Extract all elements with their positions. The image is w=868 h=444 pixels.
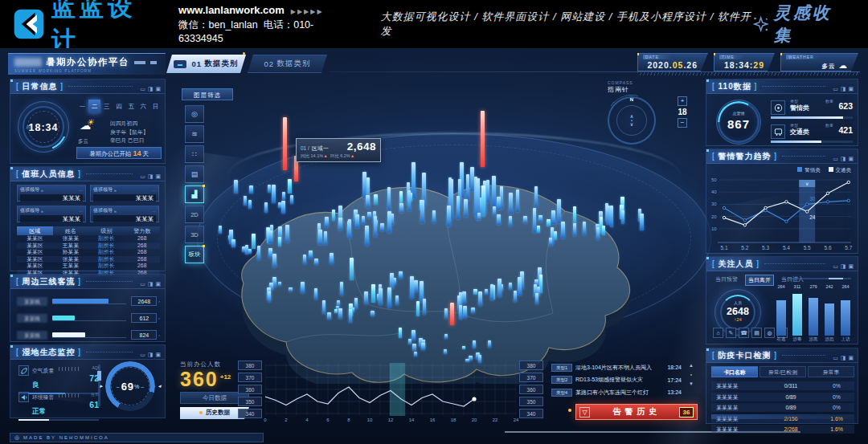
tab-icon: ▬ <box>174 60 186 68</box>
phone-icon[interactable]: ☎ <box>739 328 749 338</box>
brand-wechat: 微信：ben_lanlan <box>178 19 258 31</box>
y-axis-label: 350 <box>519 397 543 406</box>
layer-filter-toolbar: ◎≋∷▤▟2D3D板块 <box>185 105 206 266</box>
scroll-dot-icon[interactable]: ● <box>686 373 696 377</box>
svg-text:24: 24 <box>809 214 816 220</box>
panel-collapse-icon[interactable]: ▭ <box>833 86 838 92</box>
scroll-up-icon[interactable]: ▲ <box>686 363 696 368</box>
gauge-left-arrow[interactable]: ▸ <box>100 383 103 389</box>
svg-text:40: 40 <box>711 189 717 194</box>
map-landmass[interactable] <box>199 151 669 384</box>
camera-layer-button[interactable]: ◎ <box>185 105 204 123</box>
bar-value: 311 <box>790 284 805 289</box>
tab-data-category-1[interactable]: ▬ 01 数据类别 <box>166 55 246 73</box>
panel-collapse-icon[interactable]: ▭ <box>140 86 145 92</box>
more-icon[interactable]: ⋯ <box>79 188 83 193</box>
x-axis-label: 22 <box>489 418 501 422</box>
panel-pin-icon[interactable]: ◨ <box>148 86 154 92</box>
gauge-right-arrow[interactable]: ◂ <box>158 383 161 389</box>
alert-item[interactable]: 类型2RD13-53烟感报警疑似火灾17:24 <box>551 375 682 385</box>
traffic-count: 421 <box>838 125 853 135</box>
x-axis-label: 20 <box>469 418 480 422</box>
alert-item[interactable]: 类型1湿地3-104片区有不明人员闯入18:24 <box>551 362 682 373</box>
focus-tab[interactable]: 当日预警 <box>713 275 740 286</box>
more-icon[interactable]: ⋯ <box>79 209 83 214</box>
panel-pin-icon[interactable]: ◨ <box>148 352 154 357</box>
alert-list: 类型1湿地3-104片区有不明人员闯入18:24类型2RD13-53烟感报警疑似… <box>551 362 682 400</box>
alert-text: 某路口有小汽车连闯三个红灯 <box>575 389 665 397</box>
panel-expand-icon[interactable]: ▣ <box>155 281 161 287</box>
compass-widget: COMPASS 指南针 N ∧•∨ + 18 − <box>608 80 696 145</box>
more-icon[interactable]: ⋯ <box>152 188 156 193</box>
chevron-icon: » <box>41 188 43 193</box>
panel-window-icons: ▭◨▣ <box>137 167 161 181</box>
duty-table-row: 某某区王某某副所长268 <box>17 263 160 270</box>
building-icon[interactable]: ▤ <box>751 328 762 338</box>
panel-expand-icon[interactable]: ▣ <box>155 173 161 179</box>
panel-pin-icon[interactable]: ◨ <box>841 156 846 161</box>
checkpoint-tab[interactable]: 异常/已检测 <box>760 366 806 377</box>
svg-text:20: 20 <box>711 214 717 219</box>
flow-row: 某某线2648› <box>17 295 160 307</box>
week-day: 二 <box>88 100 100 113</box>
panel-pin-icon[interactable]: ◨ <box>148 281 154 287</box>
signal-layer-button[interactable]: ≋ <box>185 125 204 143</box>
duty-name: 某某某 <box>20 194 83 202</box>
zoom-out-button[interactable]: − <box>678 118 687 128</box>
panel-collapse-icon[interactable]: ▭ <box>140 173 145 179</box>
scroll-down-icon[interactable]: ▼ <box>686 381 696 386</box>
flow-value: 824 <box>131 330 157 340</box>
panel-pin-icon[interactable]: ◨ <box>841 86 846 92</box>
panel-expand-icon[interactable]: ▣ <box>155 86 161 92</box>
tab-data-category-2[interactable]: 02 数据类别 <box>248 55 327 73</box>
alert-history-button[interactable]: ▽ 告警历史 36 <box>575 404 698 420</box>
trend-chart: 5040302010∨30245.15.25.35.45.55.65.7 <box>711 173 853 254</box>
more-icon[interactable]: ⋯ <box>152 209 156 214</box>
mode-2d-button[interactable]: 2D <box>185 206 204 223</box>
total-alarm-value: 867 <box>717 117 760 131</box>
mode-3d-button[interactable]: 3D <box>185 226 204 243</box>
panel-expand-icon[interactable]: ▣ <box>848 263 854 269</box>
cloud-icon: ☁ <box>839 60 849 70</box>
gauge-value: 69 <box>121 381 134 393</box>
panel-collapse-icon[interactable]: ▭ <box>833 355 838 360</box>
duty-cards: 值班领导»⋯某某某值班领导»⋯某某某值班领导»⋯某某某值班领导»⋯某某某 <box>17 185 160 222</box>
panel-focus-personnel: 关注人员▭◨▣ 当日预警当日离开当日进入 人员 2648 ↑24 ⌂✎☎▤◍✈ … <box>706 256 858 344</box>
alert-item[interactable]: 类型4某路口有小汽车连闯三个红灯13:24 <box>551 387 682 397</box>
panel-expand-icon[interactable]: ▣ <box>848 355 854 360</box>
panel-alarm-trend: 警情警力趋势▭◨▣ 警情类 交通类 5040302010∨30245.15.25… <box>706 149 858 254</box>
focus-scrollbar[interactable] <box>787 278 851 279</box>
building-layer-button[interactable]: ▤ <box>185 165 204 183</box>
crowd-layer-button[interactable]: ∷ <box>185 145 204 163</box>
panel-pin-icon[interactable]: ◨ <box>841 263 846 269</box>
compass-dial[interactable]: N ∧•∨ <box>608 96 656 145</box>
flow-line-label: 某某线 <box>17 331 47 340</box>
panel-collapse-icon[interactable]: ▭ <box>140 352 145 357</box>
edit-icon[interactable]: ✎ <box>726 328 736 338</box>
mode-district-button[interactable]: 板块 <box>185 246 204 263</box>
chevron-icon: » <box>114 188 117 193</box>
checkpoint-row: 某某某某0/890% <box>711 403 854 412</box>
home-icon[interactable]: ⌂ <box>713 328 723 338</box>
duty-name: 某某某 <box>93 215 156 222</box>
bar-category: 涉恐 <box>822 336 837 342</box>
checkpoint-table: 某某某某0/3110%某某某某0/890%某某某某0/890%某某某某2/156… <box>711 381 854 436</box>
panel-pin-icon[interactable]: ◨ <box>148 173 154 179</box>
duty-table: 区域姓名级别警力数某某区张某某副所长268某某区王某某副所长268某某区孙某某副… <box>17 226 160 277</box>
panel-expand-icon[interactable]: ▣ <box>848 86 854 92</box>
checkpoint-tab[interactable]: 异常率 <box>808 366 854 377</box>
checkpoint-tab[interactable]: 卡口名称 <box>711 366 758 377</box>
panel-window-icons: ▭◨▣ <box>137 345 161 360</box>
zoom-in-button[interactable]: + <box>678 96 687 106</box>
panel-daily-info: 日常信息▭◨▣ 四 18:34 一二三四五六日 ☀☁ 多云 31.5℃ 闰四月初… <box>10 79 166 164</box>
svg-text:5.3: 5.3 <box>762 245 769 251</box>
clock-widget: 四 18:34 <box>18 101 69 153</box>
panel-collapse-icon[interactable]: ▭ <box>833 156 838 161</box>
panel-collapse-icon[interactable]: ▭ <box>140 281 145 287</box>
panel-expand-icon[interactable]: ▣ <box>155 352 161 357</box>
chart-layer-button[interactable]: ▟ <box>185 185 204 203</box>
panel-collapse-icon[interactable]: ▭ <box>833 263 838 269</box>
focus-tab[interactable]: 当日离开 <box>745 275 774 286</box>
panel-expand-icon[interactable]: ▣ <box>848 156 854 161</box>
panel-pin-icon[interactable]: ◨ <box>841 355 846 360</box>
